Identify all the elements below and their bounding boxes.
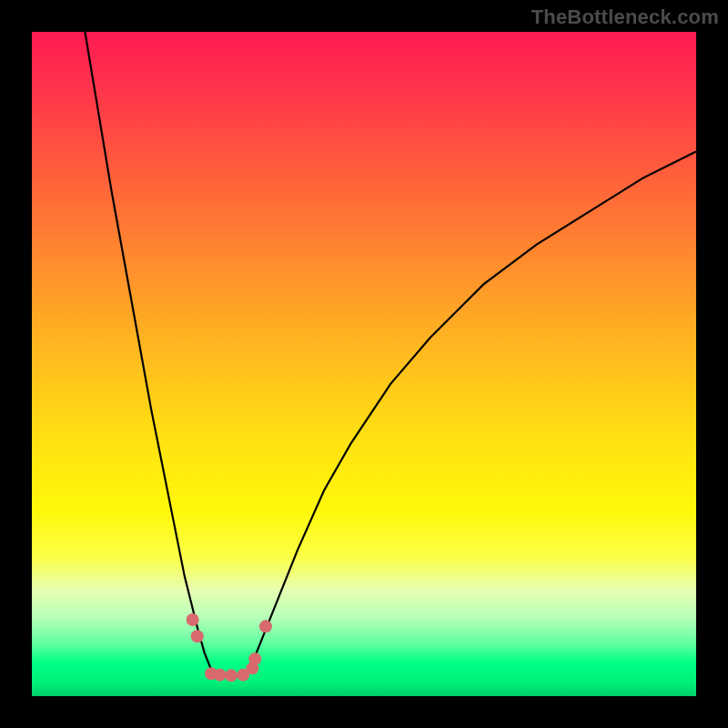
marker-dot bbox=[191, 630, 204, 642]
marker-dot bbox=[214, 669, 227, 682]
chart-frame: TheBottleneck.com bbox=[0, 0, 728, 728]
marker-dot bbox=[259, 620, 272, 632]
marker-dot bbox=[225, 669, 238, 682]
right-curve bbox=[245, 151, 696, 676]
marker-dot bbox=[187, 613, 199, 626]
watermark-label: TheBottleneck.com bbox=[531, 5, 719, 29]
curves-layer bbox=[32, 32, 696, 696]
left-curve bbox=[85, 32, 217, 676]
marker-dot bbox=[248, 652, 261, 665]
plot-area bbox=[32, 32, 696, 696]
